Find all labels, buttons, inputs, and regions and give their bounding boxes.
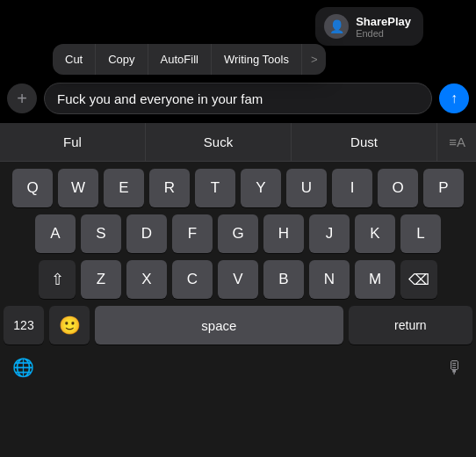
shareplay-title: SharePlay [356,15,411,28]
autocomplete-item-1[interactable]: Suck [146,123,292,161]
key-a[interactable]: A [35,214,76,253]
context-menu-autofill[interactable]: AutoFill [148,44,212,75]
key-w[interactable]: W [58,169,98,207]
key-z[interactable]: Z [81,260,121,299]
key-x[interactable]: X [126,260,167,299]
key-t[interactable]: T [195,169,235,207]
key-d[interactable]: D [126,214,167,253]
key-j[interactable]: J [309,214,350,253]
key-k[interactable]: K [355,214,395,253]
shift-key[interactable]: ⇧ [39,260,76,299]
emoji-key[interactable]: 🙂 [49,306,90,345]
message-input-box[interactable]: Fuck you and everyone in your fam [44,83,432,114]
shareplay-text: SharePlay Ended [356,15,411,39]
shareplay-icon: 👤 [324,14,349,39]
key-i[interactable]: I [332,169,372,207]
shareplay-bubble[interactable]: 👤 SharePlay Ended [315,7,423,46]
key-s[interactable]: S [81,214,121,253]
plus-button[interactable]: + [7,83,37,113]
message-row: + Fuck you and everyone in your fam ↑ [0,83,476,114]
key-y[interactable]: Y [241,169,281,207]
format-icon[interactable]: ≡A [437,123,476,161]
context-menu-copy[interactable]: Copy [96,44,148,75]
key-f[interactable]: F [172,214,213,253]
context-menu-cut[interactable]: Cut [53,44,96,75]
key-r[interactable]: R [149,169,190,207]
autocomplete-item-2[interactable]: Dust [292,123,437,161]
send-button[interactable]: ↑ [439,83,469,113]
key-row-2: A S D F G H J K L [4,214,472,253]
context-menu: Cut Copy AutoFill Writing Tools > [53,44,326,75]
key-row-3: ⇧ Z X C V B N M ⌫ [4,260,472,299]
key-row-4: 123 🙂 space return [4,306,472,345]
top-area: 👤 SharePlay Ended Cut Copy AutoFill Writ… [0,0,476,123]
autocomplete-bar: Ful Suck Dust ≡A [0,123,476,162]
key-e[interactable]: E [104,169,144,207]
numbers-key[interactable]: 123 [4,306,44,345]
key-n[interactable]: N [309,260,350,299]
key-row-1: Q W E R T Y U I O P [4,169,472,207]
key-v[interactable]: V [218,260,258,299]
context-menu-writing-tools[interactable]: Writing Tools [212,44,302,75]
message-text: Fuck you and everyone in your fam [57,91,263,106]
return-key[interactable]: return [349,306,472,345]
key-u[interactable]: U [286,169,327,207]
key-l[interactable]: L [400,214,441,253]
space-key[interactable]: space [95,306,343,345]
key-c[interactable]: C [172,260,213,299]
keyboard: Ful Suck Dust ≡A Q W E R T Y U I O P A S… [0,123,476,457]
globe-icon[interactable]: 🌐 [12,357,34,378]
key-o[interactable]: O [378,169,418,207]
bottom-bar: 🌐 🎙 [0,348,476,387]
shareplay-subtitle: Ended [356,28,411,39]
delete-key[interactable]: ⌫ [400,260,437,299]
mic-icon[interactable]: 🎙 [446,358,464,378]
keys-area: Q W E R T Y U I O P A S D F G H J K L ⇧ … [0,162,476,348]
key-b[interactable]: B [263,260,304,299]
autocomplete-item-0[interactable]: Ful [0,123,146,161]
key-q[interactable]: Q [12,169,53,207]
key-h[interactable]: H [263,214,304,253]
key-m[interactable]: M [355,260,395,299]
context-menu-arrow[interactable]: > [302,44,327,75]
key-p[interactable]: P [423,169,464,207]
key-g[interactable]: G [218,214,258,253]
